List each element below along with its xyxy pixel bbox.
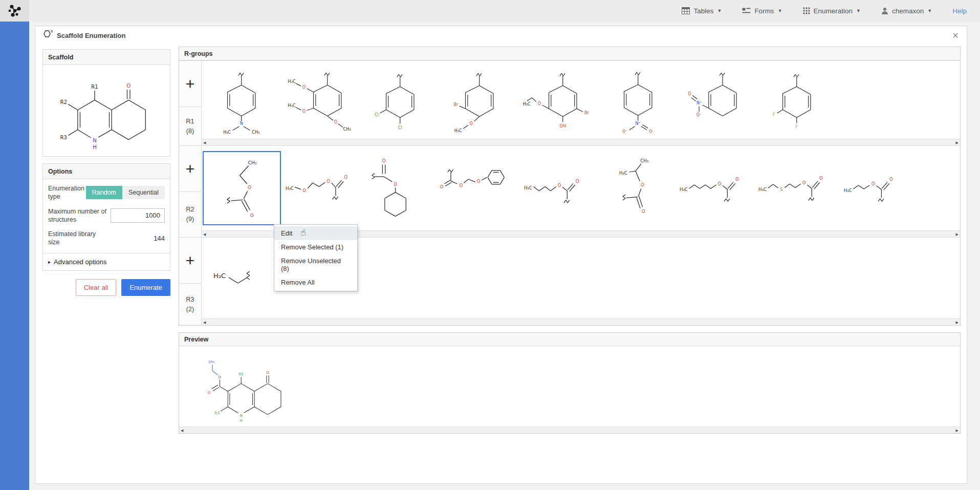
r3-horizontal-scrollbar[interactable]: ◀▶ <box>202 318 960 325</box>
structure-r2-3[interactable]: OO <box>361 146 440 230</box>
structure-r2-1-selected[interactable]: CH₃OO <box>203 151 281 225</box>
svg-text:H: H <box>93 144 97 150</box>
svg-text:H₃C: H₃C <box>454 129 462 133</box>
nav-forms[interactable]: Forms ▼ <box>742 7 782 15</box>
svg-text:H₃C: H₃C <box>758 187 767 192</box>
triangle-right-icon: ▸ <box>48 259 51 265</box>
svg-text:O: O <box>735 177 739 182</box>
structure-r1-8[interactable]: FF <box>757 61 836 139</box>
svg-text:O⁻: O⁻ <box>696 113 702 117</box>
scroll-right-icon: ▶ <box>956 321 959 324</box>
structure-r1-3[interactable]: ClCl <box>360 61 440 139</box>
svg-text:N⁺: N⁺ <box>635 121 640 126</box>
scroll-left-icon: ◀ <box>203 141 206 144</box>
enumerate-button[interactable]: Enumerate <box>121 279 170 296</box>
svg-text:O: O <box>718 181 722 186</box>
structure-r1-5[interactable]: BrOH₃COH <box>519 61 598 139</box>
r2-row-label: R2(9) <box>179 192 201 237</box>
svg-text:O: O <box>219 375 222 379</box>
structure-r1-6[interactable]: N⁺OO⁻ <box>598 61 678 139</box>
nav-enumeration[interactable]: Enumeration ▼ <box>803 7 861 15</box>
nav-user-label: chemaxon <box>892 7 924 15</box>
close-icon[interactable]: × <box>952 30 959 40</box>
sequential-toggle-button[interactable]: Sequential <box>122 186 165 199</box>
svg-text:O: O <box>326 178 330 183</box>
top-bar: Tables ▼ Forms ▼ Enumeration ▼ chemaxon … <box>0 0 980 22</box>
max-structures-label: Maximum number of structures <box>48 207 108 224</box>
svg-text:H₃C: H₃C <box>288 79 295 84</box>
svg-text:O: O <box>126 83 130 89</box>
random-toggle-button[interactable]: Random <box>86 186 122 199</box>
preview-horizontal-scrollbar[interactable]: ◀▶ <box>179 427 960 433</box>
help-link[interactable]: Help <box>952 7 967 15</box>
structure-r2-5[interactable]: H₃COO <box>519 146 599 230</box>
add-r1-structure-button[interactable]: + <box>179 61 201 107</box>
svg-text:N: N <box>239 121 243 126</box>
svg-text:O⁻: O⁻ <box>622 129 628 134</box>
svg-text:O: O <box>248 185 251 190</box>
dialog-title-bar: R Scaffold Enumeration × <box>35 26 967 45</box>
svg-text:Cl: Cl <box>375 113 379 117</box>
svg-text:R1: R1 <box>238 372 244 376</box>
nav-forms-label: Forms <box>754 7 774 15</box>
scaffold-structure[interactable]: NHR1R2R3O <box>48 67 165 154</box>
app-logo-icon[interactable] <box>0 0 29 22</box>
structure-r3-1[interactable]: H₃C <box>202 238 281 318</box>
context-menu-remove-unselected[interactable]: Remove Unselected (8) <box>274 254 357 275</box>
nav-user[interactable]: chemaxon ▼ <box>881 7 932 15</box>
svg-text:H₃C: H₃C <box>288 103 295 108</box>
svg-text:O: O <box>302 187 306 193</box>
add-r3-structure-button[interactable]: + <box>179 238 201 284</box>
estimated-library-value: 144 <box>154 235 165 242</box>
tables-icon <box>682 7 690 14</box>
rgroup-row-r1: + R1(8) NH₃CCH₃ OH₃COH₃COCH₃ ClCl BrOH₃C… <box>179 60 960 145</box>
structure-r1-2[interactable]: OH₃COH₃COCH₃ <box>281 61 360 139</box>
context-menu-remove-all[interactable]: Remove All <box>274 275 357 289</box>
structure-r2-4[interactable]: OOO <box>440 146 519 230</box>
enumeration-type-label: Enumeration type <box>48 184 86 201</box>
svg-text:CH₃: CH₃ <box>252 130 259 135</box>
svg-text:O: O <box>872 181 875 186</box>
rgroup-hexagon-icon: R <box>41 29 53 41</box>
svg-text:O: O <box>469 121 472 125</box>
add-r2-structure-button[interactable]: + <box>179 146 201 192</box>
svg-text:Br: Br <box>584 111 590 115</box>
structure-r1-1[interactable]: NH₃CCH₃ <box>202 61 281 139</box>
svg-text:N⁺: N⁺ <box>696 101 702 105</box>
svg-text:O: O <box>819 176 823 181</box>
chevron-down-icon: ▼ <box>856 8 861 13</box>
svg-text:O: O <box>575 179 579 184</box>
context-menu-remove-selected[interactable]: Remove Selected (1) <box>274 240 357 254</box>
svg-text:O: O <box>440 184 444 189</box>
svg-text:R1: R1 <box>91 84 98 90</box>
svg-text:H₃C: H₃C <box>524 185 532 190</box>
svg-text:O: O <box>649 129 652 134</box>
enumeration-icon <box>803 7 810 14</box>
structure-r1-4[interactable]: BrOH₃C <box>440 61 519 139</box>
scroll-left-icon: ◀ <box>203 232 206 236</box>
structure-r1-7[interactable]: N⁺OO⁻ <box>678 61 757 139</box>
svg-text:H₃C: H₃C <box>619 171 627 176</box>
svg-text:H: H <box>239 418 242 423</box>
structure-r2-7[interactable]: H₃COO <box>678 146 757 230</box>
structure-r2-2[interactable]: H₃COOO <box>281 146 361 230</box>
max-structures-input[interactable] <box>111 208 165 223</box>
r1-horizontal-scrollbar[interactable]: ◀▶ <box>202 139 960 145</box>
enumeration-type-toggle: Random Sequential <box>86 186 165 199</box>
preview-structure: OR1R3NHOOCH₃ <box>182 346 304 427</box>
clear-all-button[interactable]: Clear all <box>76 279 117 296</box>
svg-text:O: O <box>382 158 386 163</box>
structure-r2-9[interactable]: H₃COO <box>837 146 916 230</box>
scroll-left-icon: ◀ <box>181 429 183 432</box>
svg-text:N: N <box>93 138 97 143</box>
svg-text:H₃C: H₃C <box>523 102 531 106</box>
nav-tables[interactable]: Tables ▼ <box>682 7 722 15</box>
advanced-options-label: Advanced options <box>54 258 106 266</box>
svg-text:CH₃: CH₃ <box>209 360 215 364</box>
structure-r2-8[interactable]: H₃CSOO <box>757 146 837 230</box>
structure-context-menu: Edit Remove Selected (1) Remove Unselect… <box>274 224 358 291</box>
forms-icon <box>742 7 751 14</box>
advanced-options-toggle[interactable]: ▸ Advanced options <box>43 253 170 270</box>
structure-r2-6[interactable]: CH₃H₃COO <box>599 146 678 230</box>
context-menu-edit[interactable]: Edit <box>274 226 357 240</box>
